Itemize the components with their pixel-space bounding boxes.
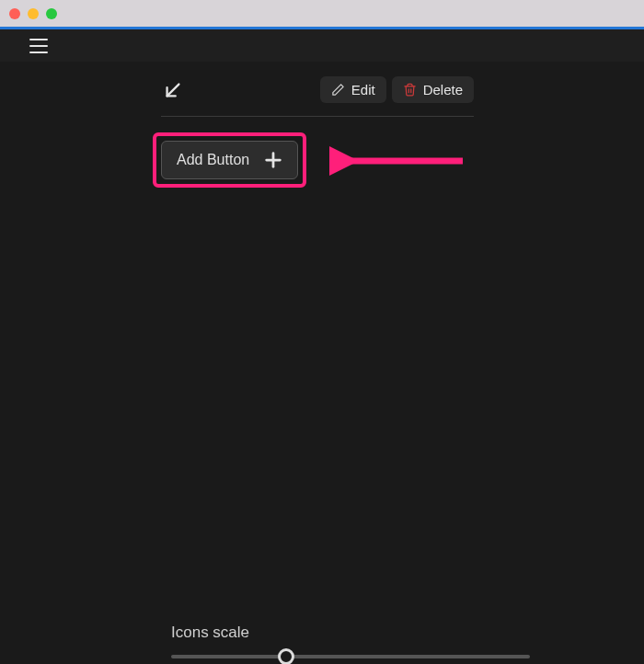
pencil-icon <box>331 83 345 97</box>
delete-label: Delete <box>423 82 463 97</box>
slider-thumb[interactable] <box>278 648 294 664</box>
delete-button[interactable]: Delete <box>392 76 474 103</box>
add-button-label: Add Button <box>177 152 249 168</box>
icons-scale-section: Icons scale <box>171 624 530 664</box>
window-zoom-button[interactable] <box>46 8 57 19</box>
trash-icon <box>403 83 417 97</box>
add-button-highlight: Add Button <box>153 132 306 188</box>
icons-scale-slider[interactable] <box>171 655 530 658</box>
edit-label: Edit <box>351 82 375 97</box>
svg-line-0 <box>167 84 179 96</box>
app-header <box>0 29 644 62</box>
window-close-button[interactable] <box>9 8 20 19</box>
button-toolbar: Edit Delete <box>161 76 474 117</box>
window-titlebar <box>0 0 644 27</box>
menu-icon[interactable] <box>29 39 48 53</box>
arrow-down-left-icon[interactable] <box>161 78 185 102</box>
add-button[interactable]: Add Button <box>161 141 298 179</box>
edit-button[interactable]: Edit <box>320 76 386 103</box>
content-area: Edit Delete Add Button <box>0 62 644 664</box>
window-minimize-button[interactable] <box>28 8 39 19</box>
annotation-arrow-icon <box>329 143 467 179</box>
icons-scale-label: Icons scale <box>171 624 530 642</box>
plus-icon <box>262 149 284 171</box>
